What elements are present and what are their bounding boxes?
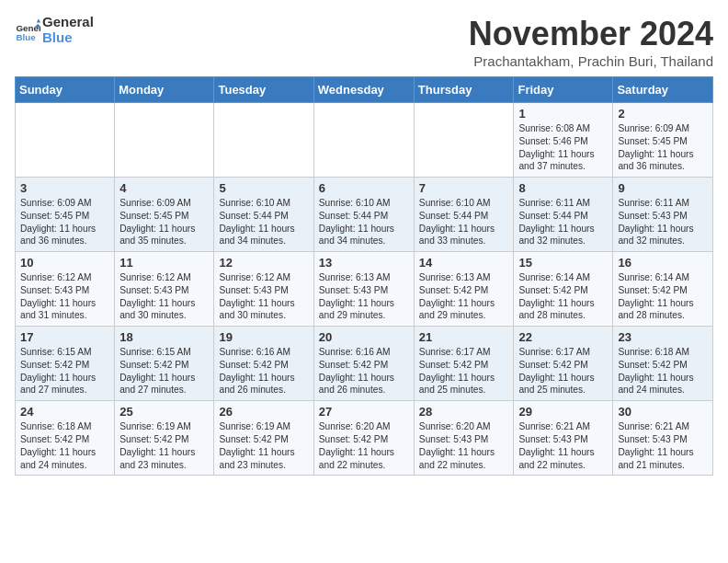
- calendar-cell: 17Sunrise: 6:15 AM Sunset: 5:42 PM Dayli…: [16, 327, 115, 401]
- cell-text: Sunrise: 6:10 AM Sunset: 5:44 PM Dayligh…: [219, 197, 308, 247]
- cell-text: Sunrise: 6:10 AM Sunset: 5:44 PM Dayligh…: [419, 197, 509, 247]
- day-number: 27: [319, 405, 409, 419]
- weekday-header: Wednesday: [313, 77, 414, 103]
- calendar-cell: 1Sunrise: 6:08 AM Sunset: 5:46 PM Daylig…: [514, 103, 613, 178]
- day-number: 7: [419, 181, 509, 195]
- calendar-cell: 30Sunrise: 6:21 AM Sunset: 5:43 PM Dayli…: [613, 401, 713, 476]
- weekday-header: Sunday: [16, 77, 115, 103]
- calendar-week-row: 3Sunrise: 6:09 AM Sunset: 5:45 PM Daylig…: [16, 178, 713, 252]
- day-number: 16: [618, 256, 708, 270]
- calendar-cell: 25Sunrise: 6:19 AM Sunset: 5:42 PM Dayli…: [115, 401, 214, 476]
- weekday-header: Monday: [115, 77, 214, 103]
- svg-text:Blue: Blue: [16, 32, 36, 42]
- calendar-cell: 8Sunrise: 6:11 AM Sunset: 5:44 PM Daylig…: [514, 178, 613, 252]
- calendar-cell: 2Sunrise: 6:09 AM Sunset: 5:45 PM Daylig…: [613, 103, 713, 178]
- calendar-cell: 10Sunrise: 6:12 AM Sunset: 5:43 PM Dayli…: [16, 252, 115, 327]
- day-number: 22: [518, 330, 608, 344]
- cell-text: Sunrise: 6:16 AM Sunset: 5:42 PM Dayligh…: [219, 346, 308, 396]
- calendar-cell: 3Sunrise: 6:09 AM Sunset: 5:45 PM Daylig…: [16, 178, 115, 252]
- calendar-cell: 12Sunrise: 6:12 AM Sunset: 5:43 PM Dayli…: [214, 252, 313, 327]
- calendar-cell: 18Sunrise: 6:15 AM Sunset: 5:42 PM Dayli…: [115, 327, 214, 401]
- calendar-cell: 21Sunrise: 6:17 AM Sunset: 5:42 PM Dayli…: [414, 327, 514, 401]
- svg-marker-2: [37, 18, 40, 22]
- calendar-week-row: 1Sunrise: 6:08 AM Sunset: 5:46 PM Daylig…: [16, 103, 713, 178]
- calendar-cell: 20Sunrise: 6:16 AM Sunset: 5:42 PM Dayli…: [313, 327, 414, 401]
- day-number: 4: [119, 181, 209, 195]
- cell-text: Sunrise: 6:19 AM Sunset: 5:42 PM Dayligh…: [119, 420, 209, 471]
- cell-text: Sunrise: 6:08 AM Sunset: 5:46 PM Dayligh…: [518, 122, 608, 173]
- calendar-cell: 24Sunrise: 6:18 AM Sunset: 5:42 PM Dayli…: [16, 401, 115, 476]
- day-number: 29: [518, 405, 608, 419]
- cell-text: Sunrise: 6:11 AM Sunset: 5:43 PM Dayligh…: [618, 197, 708, 247]
- logo: General Blue General Blue: [15, 15, 94, 45]
- calendar-cell: [115, 103, 214, 178]
- cell-text: Sunrise: 6:16 AM Sunset: 5:42 PM Dayligh…: [319, 346, 409, 396]
- calendar-cell: [214, 103, 313, 178]
- cell-text: Sunrise: 6:17 AM Sunset: 5:42 PM Dayligh…: [419, 346, 509, 396]
- calendar-cell: [313, 103, 414, 178]
- calendar-cell: 27Sunrise: 6:20 AM Sunset: 5:42 PM Dayli…: [313, 401, 414, 476]
- day-number: 28: [419, 405, 509, 419]
- day-number: 6: [319, 181, 409, 195]
- cell-text: Sunrise: 6:09 AM Sunset: 5:45 PM Dayligh…: [20, 197, 109, 247]
- cell-text: Sunrise: 6:15 AM Sunset: 5:42 PM Dayligh…: [119, 346, 209, 396]
- day-number: 15: [518, 256, 608, 270]
- calendar-cell: 28Sunrise: 6:20 AM Sunset: 5:43 PM Dayli…: [414, 401, 514, 476]
- cell-text: Sunrise: 6:17 AM Sunset: 5:42 PM Dayligh…: [518, 346, 608, 396]
- day-number: 19: [219, 330, 308, 344]
- cell-text: Sunrise: 6:10 AM Sunset: 5:44 PM Dayligh…: [319, 197, 409, 247]
- calendar-cell: 19Sunrise: 6:16 AM Sunset: 5:42 PM Dayli…: [214, 327, 313, 401]
- cell-text: Sunrise: 6:20 AM Sunset: 5:42 PM Dayligh…: [319, 420, 409, 471]
- cell-text: Sunrise: 6:18 AM Sunset: 5:42 PM Dayligh…: [20, 420, 109, 471]
- cell-text: Sunrise: 6:15 AM Sunset: 5:42 PM Dayligh…: [20, 346, 109, 396]
- calendar-cell: 5Sunrise: 6:10 AM Sunset: 5:44 PM Daylig…: [214, 178, 313, 252]
- day-number: 24: [20, 405, 109, 419]
- cell-text: Sunrise: 6:14 AM Sunset: 5:42 PM Dayligh…: [518, 271, 608, 322]
- logo-icon: General Blue: [15, 17, 40, 43]
- day-number: 1: [518, 107, 608, 121]
- day-number: 30: [618, 405, 708, 419]
- cell-text: Sunrise: 6:14 AM Sunset: 5:42 PM Dayligh…: [618, 271, 708, 322]
- cell-text: Sunrise: 6:13 AM Sunset: 5:43 PM Dayligh…: [319, 271, 409, 322]
- calendar-table: SundayMondayTuesdayWednesdayThursdayFrid…: [15, 76, 713, 476]
- calendar-cell: 29Sunrise: 6:21 AM Sunset: 5:43 PM Dayli…: [514, 401, 613, 476]
- day-number: 2: [618, 107, 708, 121]
- calendar-cell: 23Sunrise: 6:18 AM Sunset: 5:42 PM Dayli…: [613, 327, 713, 401]
- day-number: 23: [618, 330, 708, 344]
- cell-text: Sunrise: 6:09 AM Sunset: 5:45 PM Dayligh…: [119, 197, 209, 247]
- calendar-cell: 6Sunrise: 6:10 AM Sunset: 5:44 PM Daylig…: [313, 178, 414, 252]
- calendar-cell: 9Sunrise: 6:11 AM Sunset: 5:43 PM Daylig…: [613, 178, 713, 252]
- day-number: 17: [20, 330, 109, 344]
- cell-text: Sunrise: 6:21 AM Sunset: 5:43 PM Dayligh…: [518, 420, 608, 471]
- calendar-cell: 14Sunrise: 6:13 AM Sunset: 5:42 PM Dayli…: [414, 252, 514, 327]
- day-number: 5: [219, 181, 308, 195]
- day-number: 18: [119, 330, 209, 344]
- location-title: Prachantakham, Prachin Buri, Thailand: [469, 53, 713, 69]
- calendar-cell: 11Sunrise: 6:12 AM Sunset: 5:43 PM Dayli…: [115, 252, 214, 327]
- day-number: 25: [119, 405, 209, 419]
- logo-general: General: [42, 15, 94, 30]
- cell-text: Sunrise: 6:09 AM Sunset: 5:45 PM Dayligh…: [618, 122, 708, 173]
- cell-text: Sunrise: 6:21 AM Sunset: 5:43 PM Dayligh…: [618, 420, 708, 471]
- cell-text: Sunrise: 6:13 AM Sunset: 5:42 PM Dayligh…: [419, 271, 509, 322]
- day-number: 26: [219, 405, 308, 419]
- cell-text: Sunrise: 6:18 AM Sunset: 5:42 PM Dayligh…: [618, 346, 708, 396]
- page-header: General Blue General Blue November 2024 …: [15, 15, 713, 69]
- title-area: November 2024 Prachantakham, Prachin Bur…: [469, 15, 713, 69]
- calendar-header-row: SundayMondayTuesdayWednesdayThursdayFrid…: [16, 77, 713, 103]
- calendar-cell: 22Sunrise: 6:17 AM Sunset: 5:42 PM Dayli…: [514, 327, 613, 401]
- calendar-cell: 15Sunrise: 6:14 AM Sunset: 5:42 PM Dayli…: [514, 252, 613, 327]
- calendar-cell: [414, 103, 514, 178]
- cell-text: Sunrise: 6:12 AM Sunset: 5:43 PM Dayligh…: [119, 271, 209, 322]
- calendar-cell: 7Sunrise: 6:10 AM Sunset: 5:44 PM Daylig…: [414, 178, 514, 252]
- day-number: 14: [419, 256, 509, 270]
- calendar-cell: 26Sunrise: 6:19 AM Sunset: 5:42 PM Dayli…: [214, 401, 313, 476]
- weekday-header: Thursday: [414, 77, 514, 103]
- calendar-cell: 4Sunrise: 6:09 AM Sunset: 5:45 PM Daylig…: [115, 178, 214, 252]
- day-number: 11: [119, 256, 209, 270]
- calendar-week-row: 10Sunrise: 6:12 AM Sunset: 5:43 PM Dayli…: [16, 252, 713, 327]
- calendar-week-row: 24Sunrise: 6:18 AM Sunset: 5:42 PM Dayli…: [16, 401, 713, 476]
- calendar-week-row: 17Sunrise: 6:15 AM Sunset: 5:42 PM Dayli…: [16, 327, 713, 401]
- day-number: 10: [20, 256, 109, 270]
- month-title: November 2024: [469, 15, 713, 53]
